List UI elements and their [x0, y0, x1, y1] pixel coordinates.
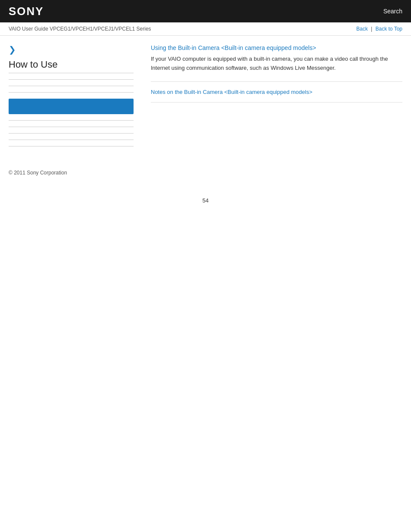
content-divider-2 — [151, 102, 402, 103]
main-content-link[interactable]: Using the Built-in Camera <Built-in came… — [151, 44, 402, 51]
footer-copyright: © 2011 Sony Corporation — [0, 161, 411, 180]
sidebar-divider-1 — [9, 79, 134, 80]
page-number: 54 — [0, 197, 411, 212]
sidebar-divider-2 — [9, 86, 134, 86]
breadcrumb-links: Back | Back to Top — [356, 26, 402, 32]
page-number-text: 54 — [202, 197, 209, 204]
expand-arrow-icon[interactable]: ❯ — [9, 44, 134, 55]
breadcrumb-separator: | — [371, 26, 374, 32]
breadcrumb-bar: VAIO User Guide VPCEG1/VPCEH1/VPCEJ1/VPC… — [0, 22, 411, 36]
back-link[interactable]: Back — [356, 26, 368, 32]
sidebar-divider-5 — [9, 127, 134, 127]
content-area: Using the Built-in Camera <Built-in came… — [142, 44, 402, 152]
copyright-text: © 2011 Sony Corporation — [9, 170, 67, 176]
back-to-top-link[interactable]: Back to Top — [376, 26, 402, 32]
search-button[interactable]: Search — [383, 8, 402, 15]
sidebar-divider-7 — [9, 140, 134, 140]
sidebar: ❯ How to Use — [9, 44, 142, 152]
content-divider — [151, 81, 402, 82]
sidebar-divider-6 — [9, 133, 134, 134]
sidebar-divider-8 — [9, 146, 134, 146]
sidebar-heading: How to Use — [9, 59, 134, 73]
main-content-description: If your VAIO computer is equipped with a… — [151, 55, 402, 73]
sidebar-divider-4 — [9, 120, 134, 121]
breadcrumb-title: VAIO User Guide VPCEG1/VPCEH1/VPCEJ1/VPC… — [9, 26, 151, 32]
header: SONY Search — [0, 0, 411, 22]
main-container: ❯ How to Use Using the Built-in Camera <… — [0, 36, 411, 161]
sidebar-highlight-item[interactable] — [9, 99, 134, 114]
sidebar-divider-3 — [9, 92, 134, 93]
sony-logo: SONY — [9, 5, 44, 18]
secondary-content-link[interactable]: Notes on the Built-in Camera <Built-in c… — [151, 89, 402, 95]
